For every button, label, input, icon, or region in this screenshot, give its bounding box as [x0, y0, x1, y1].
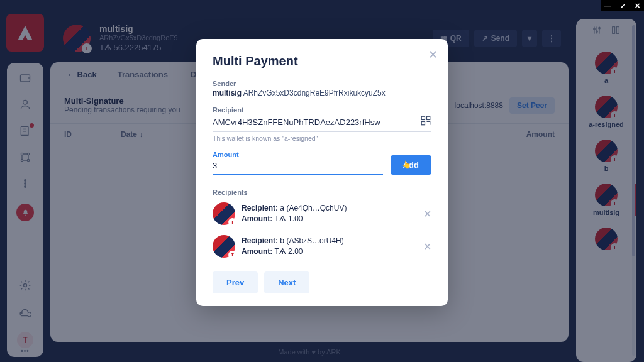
svg-rect-16	[421, 116, 425, 119]
recipients-label: Recipients	[213, 189, 431, 196]
recipient-hint: This wallet is known as "a-resigned"	[213, 134, 431, 142]
remove-recipient-icon[interactable]: ✕	[423, 241, 431, 253]
svg-rect-18	[421, 122, 425, 125]
remove-recipient-icon[interactable]: ✕	[423, 208, 431, 220]
window-maximize[interactable]: ⤢	[620, 2, 626, 10]
recipient-label: Recipient	[213, 106, 431, 114]
window-close[interactable]: ✕	[635, 2, 640, 10]
recipient-avatar: T	[213, 235, 235, 258]
amount-label: Amount	[213, 151, 383, 158]
recipient-input[interactable]	[213, 116, 420, 128]
close-icon[interactable]: ✕	[428, 48, 438, 62]
sender-label: Sender	[213, 80, 431, 87]
prev-button[interactable]: Prev	[213, 272, 258, 293]
recipient-row: T Recipient: a (Ae4Qh…QchUV) Amount: TѦ …	[213, 197, 431, 230]
cursor-icon: 👆	[402, 160, 411, 169]
qr-scan-icon[interactable]	[420, 115, 431, 129]
modal-title: Multi Payment	[213, 54, 431, 69]
recipient-row: T Recipient: b (ASbzS…orU4H) Amount: TѦ …	[213, 230, 431, 263]
multi-payment-modal: ✕ Multi Payment Sender multisig ARhZvGx5…	[196, 39, 448, 306]
next-button[interactable]: Next	[264, 272, 309, 293]
window-titlebar: — ⤢ ✕	[601, 0, 644, 11]
amount-input[interactable]	[213, 160, 383, 172]
add-button[interactable]: 👆Add	[391, 155, 431, 175]
sender-value: multisig ARhZvGx5xD3cdngReE9PfrRxikukcyu…	[213, 89, 431, 97]
svg-rect-17	[427, 116, 430, 119]
window-minimize[interactable]: —	[604, 2, 611, 9]
recipient-avatar: T	[213, 202, 235, 225]
